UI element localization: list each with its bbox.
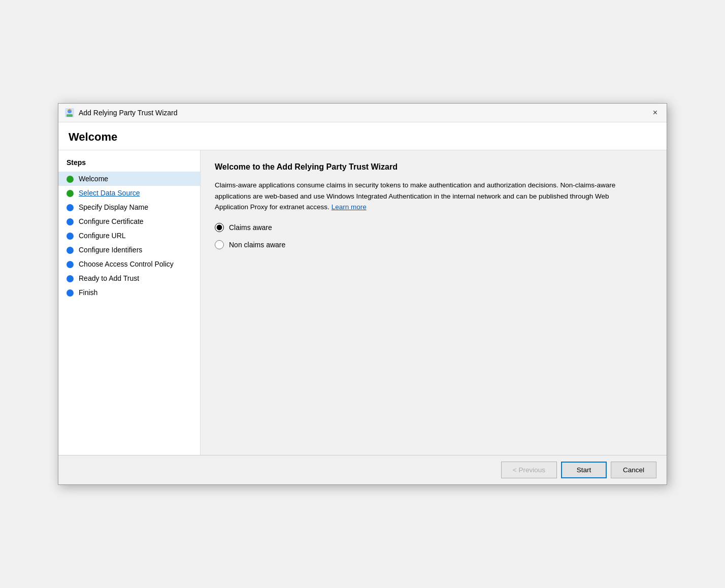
cancel-button[interactable]: Cancel <box>611 462 656 478</box>
main-heading: Welcome to the Add Relying Party Trust W… <box>215 162 652 172</box>
sidebar-item-ready-to-add-trust: Ready to Add Trust <box>58 271 200 285</box>
sidebar-item-choose-access-control: Choose Access Control Policy <box>58 257 200 271</box>
step-dot-ready-to-add-trust <box>67 275 74 282</box>
sidebar-label-welcome: Welcome <box>79 175 108 183</box>
description-text: Claims-aware applications consume claims… <box>215 180 621 213</box>
page-header: Welcome <box>58 122 667 150</box>
title-bar: Add Relying Party Trust Wizard × <box>58 104 667 122</box>
start-button[interactable]: Start <box>561 462 607 478</box>
sidebar-item-finish: Finish <box>58 285 200 300</box>
sidebar-label-configure-identifiers: Configure Identifiers <box>79 246 142 254</box>
app-icon <box>64 108 75 118</box>
step-dot-configure-identifiers <box>67 247 74 254</box>
sidebar-label-choose-access-control: Choose Access Control Policy <box>79 260 174 268</box>
step-dot-configure-url <box>67 233 74 240</box>
sidebar-item-welcome[interactable]: Welcome <box>58 172 200 186</box>
sidebar-label-specify-display-name: Specify Display Name <box>79 203 148 211</box>
previous-button[interactable]: < Previous <box>501 462 557 478</box>
learn-more-link[interactable]: Learn more <box>332 203 367 211</box>
wizard-window: Add Relying Party Trust Wizard × Welcome… <box>58 103 667 485</box>
step-dot-configure-certificate <box>67 218 74 225</box>
title-bar-left: Add Relying Party Trust Wizard <box>64 108 178 118</box>
step-dot-select-data-source <box>67 190 74 197</box>
radio-option-non-claims-aware[interactable]: Non claims aware <box>215 240 652 249</box>
sidebar-item-configure-identifiers: Configure Identifiers <box>58 243 200 257</box>
step-dot-welcome <box>67 176 74 183</box>
page-title: Welcome <box>69 130 656 144</box>
radio-label-non-claims-aware: Non claims aware <box>229 241 285 249</box>
sidebar-label-ready-to-add-trust: Ready to Add Trust <box>79 274 139 282</box>
step-dot-specify-display-name <box>67 204 74 211</box>
sidebar-label-finish: Finish <box>79 288 97 297</box>
radio-claims-aware[interactable] <box>215 223 224 232</box>
sidebar-item-configure-certificate: Configure Certificate <box>58 214 200 228</box>
main-content: Welcome to the Add Relying Party Trust W… <box>201 150 667 455</box>
radio-label-claims-aware: Claims aware <box>229 223 272 232</box>
sidebar-item-configure-url: Configure URL <box>58 228 200 243</box>
sidebar-label-configure-certificate: Configure Certificate <box>79 217 144 225</box>
steps-heading: Steps <box>58 158 200 172</box>
radio-group: Claims aware Non claims aware <box>215 223 652 249</box>
sidebar-item-specify-display-name: Specify Display Name <box>58 200 200 214</box>
sidebar-label-select-data-source[interactable]: Select Data Source <box>79 189 140 197</box>
description-body: Claims-aware applications consume claims… <box>215 181 615 211</box>
content-area: Steps Welcome Select Data Source Specify… <box>58 150 667 455</box>
close-button[interactable]: × <box>650 108 661 118</box>
window-title: Add Relying Party Trust Wizard <box>79 109 178 117</box>
footer: < Previous Start Cancel <box>58 455 667 484</box>
step-dot-choose-access-control <box>67 261 74 268</box>
sidebar: Steps Welcome Select Data Source Specify… <box>58 150 201 455</box>
sidebar-label-configure-url: Configure URL <box>79 232 126 240</box>
radio-option-claims-aware[interactable]: Claims aware <box>215 223 652 232</box>
sidebar-item-select-data-source[interactable]: Select Data Source <box>58 186 200 200</box>
step-dot-finish <box>67 289 74 297</box>
svg-rect-2 <box>67 114 73 117</box>
radio-non-claims-aware[interactable] <box>215 240 224 249</box>
